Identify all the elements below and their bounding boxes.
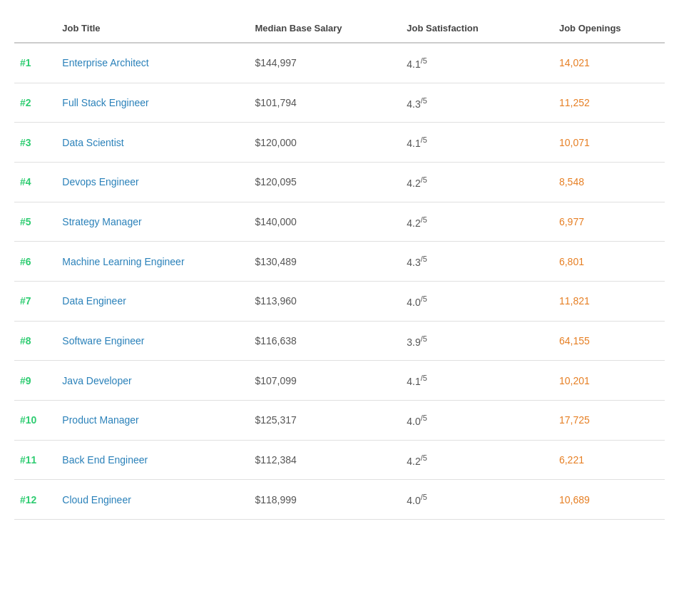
rank-cell: #12 xyxy=(14,480,56,520)
jobs-table: Job Title Median Base Salary Job Satisfa… xyxy=(14,14,665,520)
satisfaction-denom: /5 xyxy=(421,453,427,462)
rank-cell: #5 xyxy=(14,202,56,242)
salary-cell: $113,960 xyxy=(249,281,401,321)
satisfaction-denom: /5 xyxy=(421,493,427,501)
satisfaction-denom: /5 xyxy=(421,56,427,65)
rank-cell: #2 xyxy=(14,83,56,123)
table-row: #11 Back End Engineer $112,384 4.2/5 6,2… xyxy=(14,440,665,480)
table-row: #6 Machine Learning Engineer $130,489 4.… xyxy=(14,242,665,282)
satisfaction-denom: /5 xyxy=(421,255,427,263)
job-title-cell: Machine Learning Engineer xyxy=(56,242,249,282)
header-rank xyxy=(14,14,56,43)
table-row: #4 Devops Engineer $120,095 4.2/5 8,548 xyxy=(14,162,665,202)
job-title-link[interactable]: Software Engineer xyxy=(62,335,144,346)
satisfaction-denom: /5 xyxy=(421,215,427,224)
job-title-link[interactable]: Back End Engineer xyxy=(62,454,148,466)
job-title-cell: Java Developer xyxy=(56,361,249,401)
header-openings: Job Openings xyxy=(553,14,665,43)
table-row: #1 Enterprise Architect $144,997 4.1/5 1… xyxy=(14,43,665,83)
satisfaction-cell: 4.1/5 xyxy=(401,123,553,163)
main-container: Job Title Median Base Salary Job Satisfa… xyxy=(14,14,665,520)
job-title-link[interactable]: Product Manager xyxy=(62,414,138,426)
job-title-cell: Data Engineer xyxy=(56,281,249,321)
satisfaction-cell: 3.9/5 xyxy=(401,321,553,361)
salary-cell: $107,099 xyxy=(249,361,401,401)
rank-cell: #8 xyxy=(14,321,56,361)
table-body: #1 Enterprise Architect $144,997 4.1/5 1… xyxy=(14,43,665,519)
rank-cell: #4 xyxy=(14,162,56,202)
rank-cell: #1 xyxy=(14,43,56,83)
satisfaction-denom: /5 xyxy=(421,334,427,343)
rank-cell: #11 xyxy=(14,440,56,480)
satisfaction-denom: /5 xyxy=(421,414,427,422)
satisfaction-cell: 4.0/5 xyxy=(401,400,553,440)
salary-cell: $118,999 xyxy=(249,480,401,520)
openings-cell: 10,071 xyxy=(553,123,665,163)
salary-cell: $116,638 xyxy=(249,321,401,361)
table-row: #3 Data Scientist $120,000 4.1/5 10,071 xyxy=(14,123,665,163)
satisfaction-cell: 4.1/5 xyxy=(401,43,553,83)
job-title-link[interactable]: Devops Engineer xyxy=(62,176,138,188)
job-title-link[interactable]: Machine Learning Engineer xyxy=(62,256,184,267)
job-title-link[interactable]: Enterprise Architect xyxy=(62,57,148,68)
openings-cell: 6,221 xyxy=(553,440,665,480)
satisfaction-cell: 4.3/5 xyxy=(401,83,553,123)
job-title-cell: Cloud Engineer xyxy=(56,480,249,520)
table-header-row: Job Title Median Base Salary Job Satisfa… xyxy=(14,14,665,43)
openings-cell: 10,689 xyxy=(553,480,665,520)
satisfaction-cell: 4.0/5 xyxy=(401,480,553,520)
job-title-link[interactable]: Java Developer xyxy=(62,375,131,386)
job-title-cell: Devops Engineer xyxy=(56,162,249,202)
openings-cell: 10,201 xyxy=(553,361,665,401)
satisfaction-denom: /5 xyxy=(421,294,427,303)
openings-cell: 11,821 xyxy=(553,281,665,321)
table-row: #5 Strategy Manager $140,000 4.2/5 6,977 xyxy=(14,202,665,242)
salary-cell: $101,794 xyxy=(249,83,401,123)
job-title-cell: Back End Engineer xyxy=(56,440,249,480)
job-title-cell: Strategy Manager xyxy=(56,202,249,242)
table-row: #9 Java Developer $107,099 4.1/5 10,201 xyxy=(14,361,665,401)
job-title-link[interactable]: Data Scientist xyxy=(62,137,123,148)
rank-cell: #9 xyxy=(14,361,56,401)
satisfaction-cell: 4.2/5 xyxy=(401,440,553,480)
openings-cell: 64,155 xyxy=(553,321,665,361)
table-row: #7 Data Engineer $113,960 4.0/5 11,821 xyxy=(14,281,665,321)
satisfaction-denom: /5 xyxy=(421,175,427,184)
rank-cell: #7 xyxy=(14,281,56,321)
salary-cell: $125,317 xyxy=(249,400,401,440)
header-job-title: Job Title xyxy=(56,14,249,43)
job-title-link[interactable]: Data Engineer xyxy=(62,295,126,307)
job-title-link[interactable]: Cloud Engineer xyxy=(62,494,131,505)
salary-cell: $140,000 xyxy=(249,202,401,242)
openings-cell: 14,021 xyxy=(553,43,665,83)
satisfaction-denom: /5 xyxy=(421,96,427,105)
satisfaction-cell: 4.2/5 xyxy=(401,202,553,242)
job-title-link[interactable]: Strategy Manager xyxy=(62,216,141,227)
openings-cell: 6,977 xyxy=(553,202,665,242)
job-title-cell: Enterprise Architect xyxy=(56,43,249,83)
satisfaction-denom: /5 xyxy=(421,135,427,144)
rank-cell: #3 xyxy=(14,123,56,163)
salary-cell: $112,384 xyxy=(249,440,401,480)
satisfaction-cell: 4.2/5 xyxy=(401,162,553,202)
satisfaction-cell: 4.0/5 xyxy=(401,281,553,321)
job-title-cell: Full Stack Engineer xyxy=(56,83,249,123)
openings-cell: 6,801 xyxy=(553,242,665,282)
header-satisfaction: Job Satisfaction xyxy=(401,14,553,43)
salary-cell: $120,000 xyxy=(249,123,401,163)
satisfaction-cell: 4.3/5 xyxy=(401,242,553,282)
job-title-cell: Data Scientist xyxy=(56,123,249,163)
rank-cell: #10 xyxy=(14,400,56,440)
table-row: #2 Full Stack Engineer $101,794 4.3/5 11… xyxy=(14,83,665,123)
header-salary: Median Base Salary xyxy=(249,14,401,43)
table-row: #8 Software Engineer $116,638 3.9/5 64,1… xyxy=(14,321,665,361)
job-title-link[interactable]: Full Stack Engineer xyxy=(62,97,148,108)
job-title-cell: Product Manager xyxy=(56,400,249,440)
satisfaction-denom: /5 xyxy=(421,374,427,382)
job-title-cell: Software Engineer xyxy=(56,321,249,361)
salary-cell: $120,095 xyxy=(249,162,401,202)
openings-cell: 8,548 xyxy=(553,162,665,202)
openings-cell: 11,252 xyxy=(553,83,665,123)
rank-cell: #6 xyxy=(14,242,56,282)
satisfaction-cell: 4.1/5 xyxy=(401,361,553,401)
